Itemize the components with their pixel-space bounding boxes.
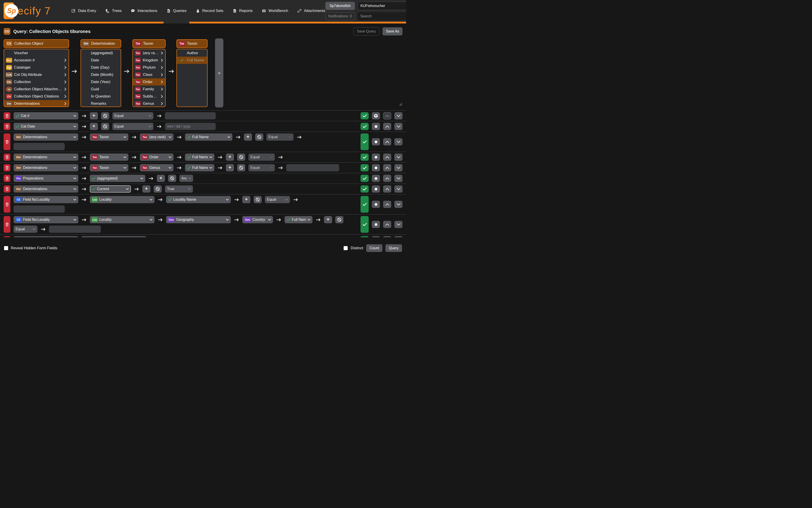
nav-item-interactions[interactable]: Interactions bbox=[131, 9, 157, 13]
delete-field-button[interactable] bbox=[4, 164, 10, 171]
move-field-up-button[interactable] bbox=[383, 201, 391, 208]
mapper-list-item[interactable]: Full Name bbox=[177, 57, 207, 64]
field-select[interactable]: DetDeterminations bbox=[13, 185, 78, 193]
field-select[interactable]: PrePreparations bbox=[13, 175, 78, 182]
negate-filter-button[interactable] bbox=[253, 196, 262, 203]
field-select[interactable]: Current bbox=[90, 185, 131, 193]
add-filter-button[interactable]: + bbox=[242, 196, 250, 203]
mapper-list-item[interactable]: Remarks bbox=[81, 100, 121, 107]
mapper-list-item[interactable]: AccAccession # bbox=[4, 57, 68, 64]
nav-item-trees[interactable]: Trees bbox=[105, 9, 122, 13]
move-field-down-button[interactable] bbox=[394, 221, 402, 228]
field-select[interactable]: Equal bbox=[248, 164, 275, 171]
show-field-button[interactable] bbox=[361, 112, 369, 119]
field-select[interactable] bbox=[82, 236, 146, 237]
field-select[interactable]: Full Name bbox=[185, 133, 232, 141]
mapper-list-item[interactable]: CitCollection Object Citations bbox=[4, 93, 68, 100]
field-select[interactable]: Locality Name bbox=[166, 196, 231, 203]
delete-field-button[interactable] bbox=[4, 196, 10, 213]
mapper-list-item[interactable]: TaxPhylum bbox=[133, 64, 165, 71]
mapper-list-item[interactable]: TaxKingdom bbox=[133, 57, 165, 64]
sort-toggle-button[interactable] bbox=[372, 201, 380, 208]
show-field-button[interactable] bbox=[361, 175, 369, 182]
field-select[interactable] bbox=[13, 236, 78, 237]
user-button[interactable]: Sp7demofish bbox=[325, 2, 355, 10]
field-select[interactable]: Full Name bbox=[285, 216, 313, 223]
move-field-down-button[interactable] bbox=[394, 164, 402, 171]
mapper-list-item[interactable]: In Question bbox=[81, 93, 121, 100]
negate-filter-button[interactable] bbox=[154, 185, 162, 193]
mapper-list-item[interactable]: Tax(any rank) bbox=[133, 49, 165, 57]
nav-item-workbench[interactable]: WorkBench bbox=[262, 9, 288, 13]
mapper-column-header[interactable]: TaxTaxon bbox=[133, 39, 165, 48]
mapper-list-item[interactable]: DetDeterminations bbox=[4, 100, 68, 107]
mapper-list-item[interactable]: CoACol Obj Attribute bbox=[4, 71, 68, 78]
field-select[interactable]: Full Name bbox=[185, 154, 214, 161]
mapper-list-item[interactable]: CInCollection bbox=[4, 78, 68, 86]
negate-filter-button[interactable] bbox=[168, 175, 176, 182]
field-select[interactable]: Equal bbox=[112, 123, 153, 130]
sort-toggle-button[interactable] bbox=[372, 164, 380, 171]
show-field-button[interactable] bbox=[361, 196, 369, 213]
negate-filter-button[interactable] bbox=[101, 123, 109, 130]
field-select[interactable]: DetDeterminations bbox=[13, 133, 78, 141]
sort-toggle-button[interactable] bbox=[372, 221, 380, 228]
move-field-down-button[interactable] bbox=[394, 123, 402, 130]
delete-field-button[interactable] bbox=[4, 154, 10, 161]
delete-field-button[interactable] bbox=[4, 185, 10, 193]
field-select[interactable]: CEField No:Locality bbox=[13, 196, 78, 203]
move-field-up-button[interactable] bbox=[383, 221, 391, 228]
move-field-down-button[interactable] bbox=[394, 175, 402, 182]
show-field-button[interactable] bbox=[361, 164, 369, 171]
delete-field-button[interactable] bbox=[4, 133, 10, 150]
mapper-list-item[interactable]: TaxFamily bbox=[133, 86, 165, 93]
delete-field-button[interactable] bbox=[4, 112, 10, 119]
field-select[interactable]: GeoGeography bbox=[166, 216, 231, 223]
nav-item-queries[interactable]: Queries bbox=[166, 9, 187, 13]
nav-item-reports[interactable]: Reports bbox=[232, 9, 253, 13]
add-filter-button[interactable]: + bbox=[244, 133, 252, 141]
mapper-column-header[interactable]: TaxTaxon bbox=[177, 39, 207, 48]
filter-value-input[interactable] bbox=[13, 143, 65, 150]
specify-logo[interactable]: Sp ecify 7 bbox=[4, 2, 71, 19]
mapper-list-item[interactable]: Author bbox=[177, 49, 207, 57]
delete-field-button[interactable] bbox=[4, 175, 10, 182]
field-select[interactable]: Tax(any rank) bbox=[140, 133, 174, 141]
field-select[interactable]: Cat # bbox=[13, 112, 78, 119]
sort-toggle-button[interactable] bbox=[372, 236, 380, 237]
add-filter-button[interactable]: + bbox=[90, 123, 98, 130]
move-field-up-button[interactable] bbox=[383, 154, 391, 161]
notifications-button[interactable]: Notifications: 0 bbox=[325, 12, 355, 20]
negate-filter-button[interactable] bbox=[237, 164, 245, 171]
collection-select[interactable]: KUFishvoucher bbox=[357, 2, 406, 10]
sort-toggle-button[interactable] bbox=[372, 175, 380, 182]
resize-handle-icon[interactable] bbox=[398, 102, 402, 107]
mapper-list-item[interactable]: Date bbox=[81, 57, 121, 64]
add-filter-button[interactable]: + bbox=[157, 175, 165, 182]
show-field-button[interactable] bbox=[361, 216, 369, 233]
show-field-button[interactable] bbox=[361, 236, 369, 237]
filter-value-input[interactable] bbox=[165, 123, 216, 130]
filter-value-input[interactable] bbox=[286, 164, 339, 171]
move-field-up-button[interactable] bbox=[383, 138, 391, 145]
move-field-down-button[interactable] bbox=[394, 201, 402, 208]
field-select[interactable]: Equal bbox=[248, 154, 275, 161]
sort-toggle-button[interactable] bbox=[372, 154, 380, 161]
express-search-input[interactable] bbox=[357, 12, 406, 20]
count-button[interactable]: Count bbox=[366, 244, 383, 252]
add-filter-button[interactable]: + bbox=[142, 185, 150, 193]
field-select[interactable]: LocLocality bbox=[90, 196, 154, 203]
add-mapping-column-button[interactable]: + bbox=[215, 38, 223, 108]
mapper-list-item[interactable]: TaxClass bbox=[133, 71, 165, 78]
field-select[interactable]: DetDeterminations bbox=[13, 164, 78, 171]
field-select[interactable]: True bbox=[165, 185, 193, 193]
field-select[interactable]: TaxGenus bbox=[140, 164, 174, 171]
move-field-up-button[interactable] bbox=[383, 112, 391, 119]
distinct-checkbox[interactable] bbox=[344, 246, 348, 250]
field-select[interactable]: TaxTaxon bbox=[90, 133, 128, 141]
sort-toggle-button[interactable] bbox=[372, 123, 380, 130]
mapper-list-item[interactable]: TaxOrder bbox=[133, 78, 165, 86]
move-field-down-button[interactable] bbox=[394, 138, 402, 145]
sort-toggle-button[interactable] bbox=[372, 138, 380, 145]
show-field-button[interactable] bbox=[361, 154, 369, 161]
